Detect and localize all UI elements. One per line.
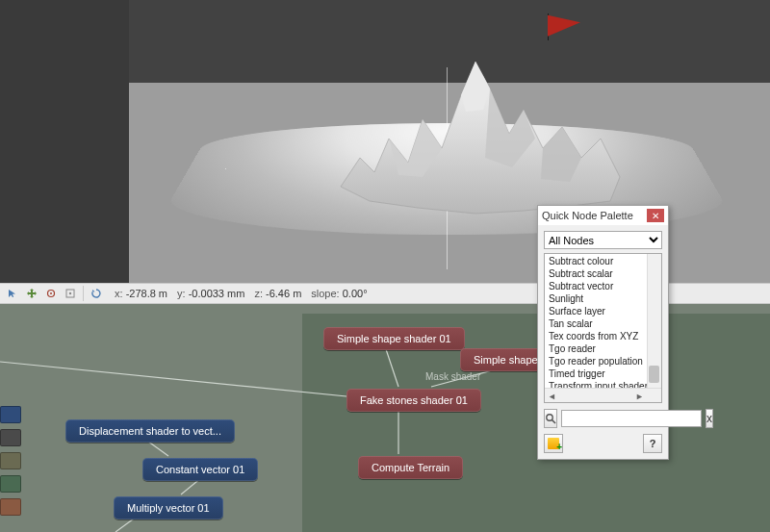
svg-line-12 xyxy=(552,420,556,424)
palette-item[interactable]: Subtract colour xyxy=(545,255,661,267)
node-fake-stones-shader[interactable]: Fake stones shader 01 xyxy=(346,389,481,412)
summit-flag xyxy=(548,13,549,40)
search-icon-button[interactable] xyxy=(544,409,557,428)
node-label: Simple shape shader 01 xyxy=(337,333,451,344)
terrain-mesh xyxy=(331,42,629,215)
category-swatch-blue[interactable] xyxy=(0,406,21,423)
scrollbar-horizontal[interactable]: ◄ ► xyxy=(545,388,661,402)
tool-pointer-icon[interactable] xyxy=(4,286,21,301)
category-swatch-green[interactable] xyxy=(0,475,21,493)
palette-item[interactable]: Tex coords from XYZ xyxy=(545,330,661,342)
palette-item[interactable]: Timed trigger xyxy=(545,367,661,380)
palette-titlebar[interactable]: Quick Node Palette ✕ xyxy=(538,206,668,225)
coord-y: y: -0.0033 mm xyxy=(177,288,244,299)
node-label: Fake stones shader 01 xyxy=(360,394,468,406)
tool-refresh-icon[interactable] xyxy=(88,286,105,301)
palette-item[interactable]: Surface layer xyxy=(545,305,661,317)
svg-point-1 xyxy=(50,292,52,294)
mask-shader-label: Mask shader xyxy=(425,371,480,382)
coord-x: x: -278.8 m xyxy=(115,288,167,299)
node-displacement-to-vector[interactable]: Displacement shader to vect... xyxy=(65,419,235,443)
slope: slope: 0.00° xyxy=(311,288,367,299)
node-label: Multiply vector 01 xyxy=(127,502,210,514)
3d-viewport[interactable] xyxy=(129,0,770,283)
palette-item[interactable]: Tgo reader xyxy=(545,342,661,355)
palette-item[interactable]: Sunlight xyxy=(545,292,661,305)
clear-search-button[interactable]: x xyxy=(706,409,713,428)
palette-item[interactable]: Tgo reader population xyxy=(545,355,661,367)
close-icon[interactable]: ✕ xyxy=(647,209,664,222)
palette-item[interactable]: Subtract scalar xyxy=(545,267,661,280)
tool-move-icon[interactable] xyxy=(23,286,40,301)
help-button[interactable]: ? xyxy=(643,434,662,453)
scrollbar-vertical[interactable] xyxy=(647,254,661,388)
add-node-button[interactable] xyxy=(544,434,563,453)
palette-title: Quick Node Palette xyxy=(542,210,647,221)
coord-z: z: -6.46 m xyxy=(254,288,301,299)
palette-item[interactable]: Tan scalar xyxy=(545,317,661,330)
left-dark-panel xyxy=(0,0,129,283)
category-swatch-brown[interactable] xyxy=(0,498,21,516)
tool-target-icon[interactable] xyxy=(42,286,60,301)
node-simple-shape-shader-1[interactable]: Simple shape shader 01 xyxy=(323,327,465,350)
scroll-left-icon[interactable]: ◄ xyxy=(545,389,559,403)
palette-node-list[interactable]: Subtract colourSubtract scalarSubtract v… xyxy=(544,253,662,403)
node-label: Compute Terrain xyxy=(372,462,449,473)
separator xyxy=(83,286,84,301)
scrollbar-thumb[interactable] xyxy=(649,366,659,383)
svg-point-11 xyxy=(547,415,552,420)
svg-point-3 xyxy=(69,292,71,294)
node-label: Displacement shader to vect... xyxy=(79,425,221,437)
category-swatch-grey[interactable] xyxy=(0,429,21,446)
search-input[interactable] xyxy=(561,410,702,427)
node-label: Constant vector 01 xyxy=(156,464,244,475)
quick-node-palette-window[interactable]: Quick Node Palette ✕ All Nodes Subtract … xyxy=(537,205,669,460)
node-compute-terrain[interactable]: Compute Terrain xyxy=(358,456,463,479)
node-multiply-vector[interactable]: Multiply vector 01 xyxy=(114,496,223,519)
tool-anchor-icon[interactable] xyxy=(62,286,79,301)
category-swatch-olive[interactable] xyxy=(0,452,21,469)
palette-filter-select[interactable]: All Nodes xyxy=(544,231,662,249)
scroll-right-icon[interactable]: ► xyxy=(632,389,647,403)
node-constant-vector[interactable]: Constant vector 01 xyxy=(142,458,258,481)
add-icon xyxy=(548,438,559,449)
palette-item[interactable]: Subtract vector xyxy=(545,280,661,292)
